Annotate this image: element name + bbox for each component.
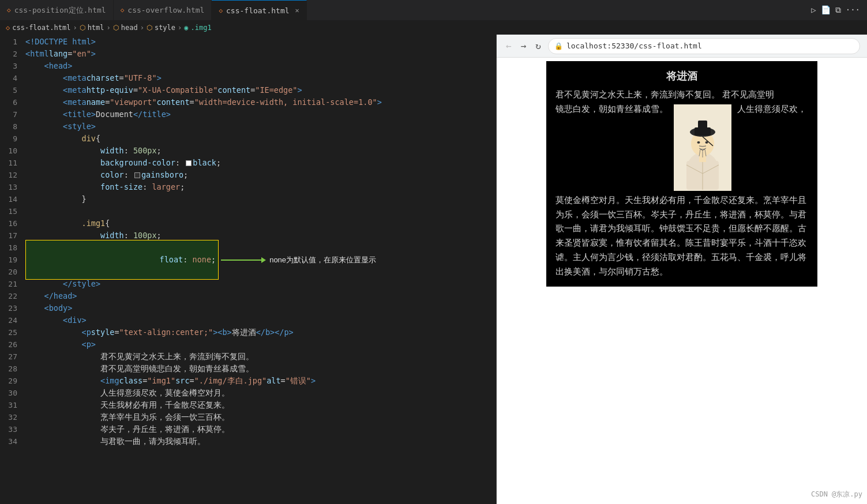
- code-line-9: div{: [25, 133, 496, 145]
- split-button[interactable]: ⧉: [835, 5, 841, 15]
- csdn-watermark: CSDN @东凉.py: [811, 490, 862, 499]
- code-line-25: <p style="text-align:center;"><b>将进酒</b>…: [25, 326, 496, 338]
- tab-close-button[interactable]: ✕: [295, 6, 299, 14]
- code-line-14: }: [25, 193, 496, 205]
- tab-bar: ◇ css-position定位.html ◇ css-overflow.htm…: [0, 0, 867, 21]
- preview-content: 将进酒 君不见黄河之水天上来，奔流到海不复回。 君不见高堂明 镜悲白发，朝如青丝…: [497, 58, 867, 504]
- tab-css-position[interactable]: ◇ css-position定位.html: [0, 0, 114, 21]
- tab-css-overflow[interactable]: ◇ css-overflow.html: [114, 0, 212, 21]
- explorer-button[interactable]: 📄: [821, 5, 831, 15]
- lock-icon: 🔒: [554, 42, 563, 50]
- forward-button[interactable]: →: [519, 38, 529, 54]
- poet-image: [674, 104, 731, 191]
- tab-label-1: css-position定位.html: [14, 5, 106, 16]
- breadcrumb-html[interactable]: html: [88, 24, 104, 32]
- breadcrumb-class-icon: ◉: [184, 24, 188, 32]
- code-line-30: 人生得意须尽欢，莫使金樽空对月。: [25, 387, 496, 399]
- breadcrumb-style-icon: ⬡: [147, 24, 152, 32]
- tab-css-float[interactable]: ◇ css-float.html ✕: [212, 0, 306, 21]
- svg-point-12: [705, 141, 708, 144]
- code-line-31: 天生我材必有用，千金散尽还复来。: [25, 399, 496, 411]
- code-line-12: color: gainsboro;: [25, 169, 496, 181]
- run-button[interactable]: ▷: [811, 5, 816, 15]
- code-line-7: <title>Document</title>: [25, 108, 496, 121]
- breadcrumb-html-icon: ⬡: [80, 24, 85, 32]
- code-line-8: <style>: [25, 121, 496, 133]
- code-line-1: <!DOCTYPE html>: [25, 36, 496, 48]
- code-lines: 12345 678910 1112131415 1617181920 21222…: [0, 35, 496, 449]
- line-numbers: 12345 678910 1112131415 1617181920 21222…: [0, 35, 23, 449]
- back-button[interactable]: ←: [504, 38, 514, 54]
- breadcrumb-img1[interactable]: .img1: [191, 24, 212, 32]
- code-line-24: <div>: [25, 314, 496, 326]
- code-line-23: <body>: [25, 302, 496, 314]
- poem-line1: 君不见黄河之水天上来，奔流到海不复回。 君不见高堂明: [556, 89, 774, 99]
- editor-pane[interactable]: 12345 678910 1112131415 1617181920 21222…: [0, 35, 496, 504]
- url-text: localhost:52330/css-float.html: [566, 42, 702, 50]
- breadcrumb-sep-4: ›: [178, 24, 182, 32]
- code-line-33: 岑夫子，丹丘生，将进酒，杯莫停。: [25, 423, 496, 435]
- poem-title: 将进酒: [556, 69, 808, 83]
- code-line-13: font-size: larger;: [25, 181, 496, 193]
- tab-icon-1: ◇: [7, 6, 11, 14]
- main-layout: 12345 678910 1112131415 1617181920 21222…: [0, 35, 867, 504]
- code-line-19: float: none; none为默认值，在原来位置显示: [25, 254, 496, 266]
- breadcrumb-sep-3: ›: [140, 24, 144, 32]
- code-line-28: 君不见高堂明镜悲白发，朝如青丝暮成雪。: [25, 363, 496, 375]
- code-line-5: <meta http-equiv="X-UA-Compatible" conte…: [25, 84, 496, 96]
- breadcrumb-sep-1: ›: [73, 24, 77, 32]
- code-line-34: 与君歌一曲，请为我倾耳听。: [25, 435, 496, 447]
- code-line-21: </style>: [25, 278, 496, 290]
- preview-pane: ← → ↻ 🔒 localhost:52330/css-float.html 将…: [496, 35, 867, 504]
- breadcrumb-file-icon: ◇: [6, 24, 10, 32]
- code-line-26: <p>: [25, 338, 496, 351]
- svg-rect-10: [698, 121, 707, 129]
- breadcrumb: ◇ css-float.html › ⬡ html › ⬡ head › ⬡ s…: [0, 21, 867, 35]
- code-line-16: .img1{: [25, 217, 496, 230]
- annotation-text: none为默认值，在原来位置显示: [269, 254, 376, 266]
- svg-point-11: [697, 141, 700, 144]
- code-line-27: 君不见黄河之水天上来，奔流到海不复回。: [25, 351, 496, 363]
- tab-label-2: css-overflow.html: [127, 6, 204, 14]
- refresh-button[interactable]: ↻: [533, 38, 543, 54]
- poem-body: 君不见黄河之水天上来，奔流到海不复回。 君不见高堂明 镜悲白发，朝如青丝暮成雪。: [556, 88, 808, 279]
- breadcrumb-head-icon: ⬡: [113, 24, 119, 32]
- breadcrumb-head[interactable]: head: [121, 24, 138, 32]
- tab-label-3: css-float.html: [226, 6, 290, 15]
- code-content: <!DOCTYPE html> <html lang="en"> <head> …: [23, 35, 496, 449]
- breadcrumb-file[interactable]: css-float.html: [12, 24, 70, 32]
- code-line-2: <html lang="en">: [25, 48, 496, 60]
- tab-actions: ▷ 📄 ⧉ ···: [811, 5, 867, 15]
- code-line-32: 烹羊宰牛且为乐，会须一饮三百杯。: [25, 411, 496, 423]
- poem-container: 将进酒 君不见黄河之水天上来，奔流到海不复回。 君不见高堂明 镜悲白发，朝如青丝…: [546, 61, 817, 287]
- code-line-10: width: 500px;: [25, 145, 496, 157]
- code-line-29: <img class="img1" src="./img/李白.jpg" alt…: [25, 375, 496, 387]
- url-bar[interactable]: 🔒 localhost:52330/css-float.html: [548, 38, 860, 54]
- code-line-4: <meta charset="UTF-8">: [25, 72, 496, 84]
- breadcrumb-style[interactable]: style: [155, 24, 175, 32]
- code-line-11: background-color: black;: [25, 157, 496, 169]
- poet-svg: [674, 104, 731, 191]
- code-line-22: </head>: [25, 290, 496, 302]
- tab-icon-2: ◇: [121, 6, 125, 14]
- browser-bar: ← → ↻ 🔒 localhost:52330/css-float.html: [497, 35, 867, 58]
- breadcrumb-sep-2: ›: [107, 24, 111, 32]
- code-line-3: <head>: [25, 60, 496, 72]
- more-button[interactable]: ···: [846, 5, 860, 15]
- code-line-15: [25, 205, 496, 217]
- poem-line2: 镜悲白发，朝如青丝暮成雪。: [556, 104, 668, 114]
- tab-icon-3: ◇: [219, 7, 223, 14]
- code-line-6: <meta name="viewport" content="width=dev…: [25, 96, 496, 108]
